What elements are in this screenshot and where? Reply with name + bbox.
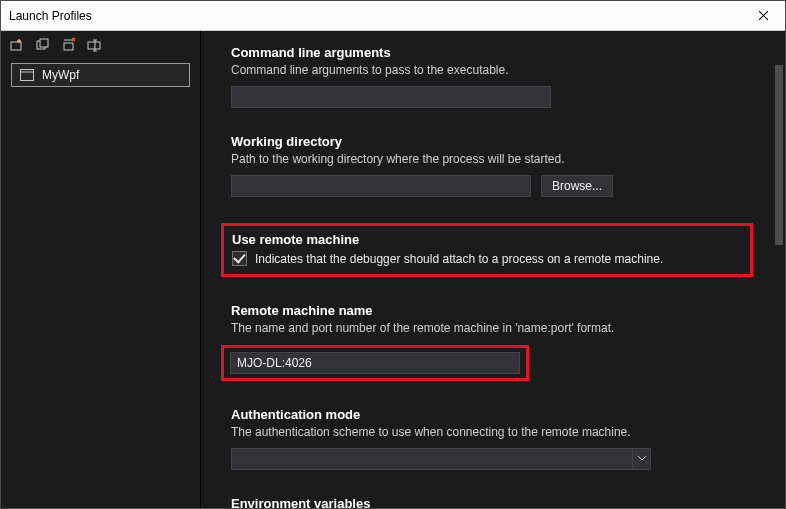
profile-item-mywpf[interactable]: MyWpf [11,63,190,87]
svg-rect-4 [88,42,100,49]
section-title: Working directory [231,134,743,149]
sidebar-toolbar [1,31,200,59]
section-remote-machine-name: Remote machine name The name and port nu… [231,303,743,380]
section-command-line-arguments: Command line arguments Command line argu… [231,45,743,108]
section-desc: The name and port number of the remote m… [231,320,743,336]
scrollbar-thumb[interactable] [775,65,783,245]
section-desc: Command line arguments to pass to the ex… [231,62,743,78]
dialog-body: MyWpf Command line arguments Command lin… [1,31,785,508]
launch-profiles-window: Launch Profiles [0,0,786,509]
rename-profile-icon[interactable] [87,37,103,53]
content-wrap: Command line arguments Command line argu… [201,31,785,508]
svg-rect-0 [11,42,21,50]
close-button[interactable] [741,1,785,31]
section-title: Command line arguments [231,45,743,60]
section-authentication-mode: Authentication mode The authentication s… [231,407,743,470]
duplicate-profile-icon[interactable] [35,37,51,53]
highlight-use-remote: Use remote machine Indicates that the de… [221,223,753,277]
use-remote-machine-label: Indicates that the debugger should attac… [255,252,663,266]
remote-machine-name-input[interactable] [230,352,520,374]
delete-profile-icon[interactable] [61,37,77,53]
browse-button[interactable]: Browse... [541,175,613,197]
svg-rect-2 [40,39,48,47]
highlight-remote-name [221,345,529,381]
close-icon [758,10,769,21]
section-desc: Path to the working directory where the … [231,151,743,167]
command-line-arguments-input[interactable] [231,86,551,108]
section-title: Remote machine name [231,303,743,318]
section-title: Authentication mode [231,407,743,422]
chevron-down-icon [632,449,650,469]
section-desc: The authentication scheme to use when co… [231,424,743,440]
project-icon [20,69,34,81]
profile-item-label: MyWpf [42,68,79,82]
section-title: Use remote machine [232,232,742,247]
svg-rect-3 [64,43,73,50]
sidebar: MyWpf [1,31,201,508]
section-use-remote-machine: Use remote machine Indicates that the de… [231,223,743,277]
window-title: Launch Profiles [9,9,92,23]
working-directory-input[interactable] [231,175,531,197]
section-environment-variables: Environment variables [231,496,743,508]
vertical-scrollbar[interactable] [775,35,783,504]
svg-rect-5 [21,70,34,81]
profile-list: MyWpf [1,59,200,91]
new-profile-icon[interactable] [9,37,25,53]
section-working-directory: Working directory Path to the working di… [231,134,743,197]
settings-content: Command line arguments Command line argu… [201,31,773,508]
section-title: Environment variables [231,496,743,508]
titlebar: Launch Profiles [1,1,785,31]
use-remote-machine-checkbox[interactable] [232,251,247,266]
authentication-mode-select[interactable] [231,448,651,470]
